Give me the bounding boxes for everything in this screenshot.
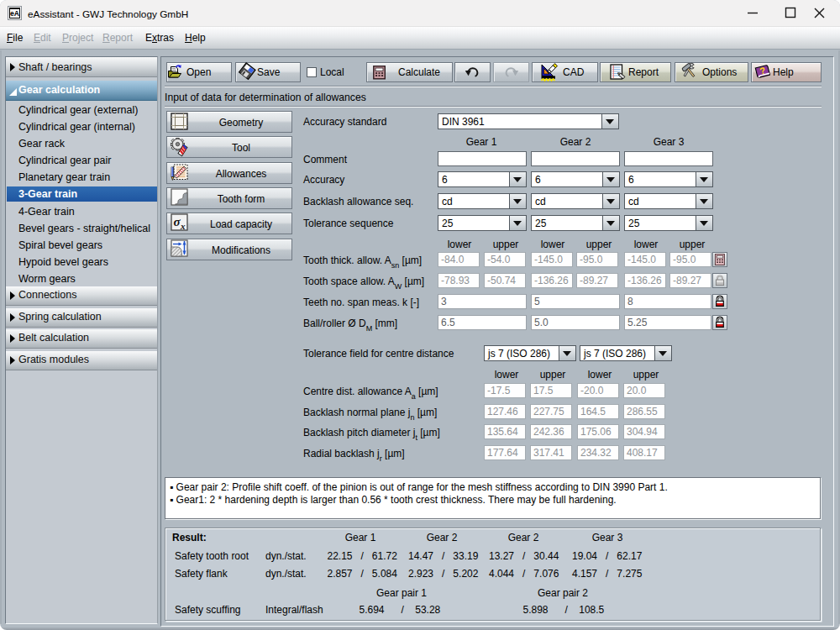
svg-text:x: x [180, 221, 186, 231]
